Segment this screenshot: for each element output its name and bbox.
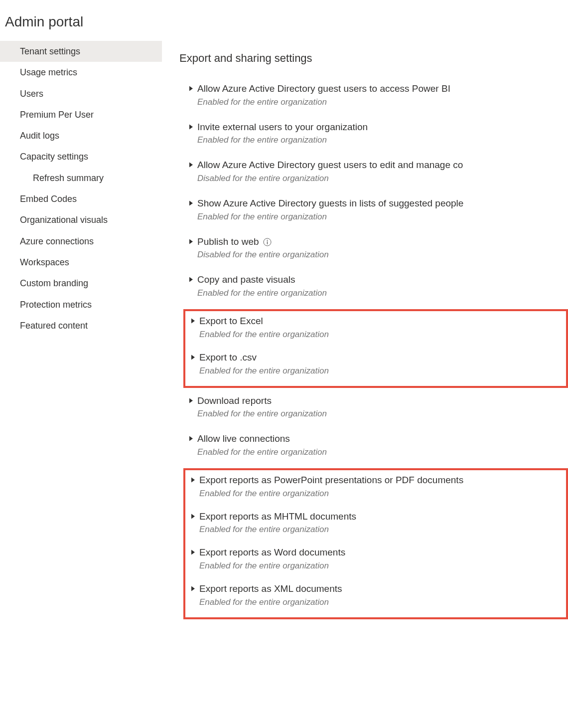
setting-title-text: Publish to web: [197, 236, 259, 248]
setting-body: Export reports as PowerPoint presentatio…: [198, 474, 564, 499]
setting-title: Publish to web: [197, 236, 566, 248]
setting-title: Allow live connections: [197, 433, 566, 445]
layout: Tenant settingsUsage metricsUsersPremium…: [0, 41, 568, 623]
setting-body: Download reportsEnabled for the entire o…: [196, 395, 566, 419]
setting-status: Enabled for the entire organization: [197, 212, 566, 222]
setting-body: Allow Azure Active Directory guest users…: [196, 83, 566, 107]
setting-body: Allow Azure Active Directory guest users…: [196, 159, 566, 183]
setting-title: Allow Azure Active Directory guest users…: [197, 159, 566, 172]
setting-title: Show Azure Active Directory guests in li…: [197, 197, 566, 210]
setting-status: Enabled for the entire organization: [199, 330, 564, 340]
sidebar-item-featured-content[interactable]: Featured content: [0, 315, 162, 336]
setting-status: Enabled for the entire organization: [197, 409, 566, 419]
setting-title-text: Copy and paste visuals: [197, 274, 295, 286]
setting-row-export-reports-as-word-documents[interactable]: Export reports as Word documentsEnabled …: [185, 544, 566, 580]
sidebar-item-azure-connections[interactable]: Azure connections: [0, 231, 162, 252]
setting-title-text: Allow Azure Active Directory guest users…: [197, 83, 450, 95]
expand-caret-icon[interactable]: [185, 236, 196, 244]
expand-caret-icon[interactable]: [185, 121, 196, 130]
setting-title: Export reports as PowerPoint presentatio…: [199, 474, 564, 487]
setting-status: Enabled for the entire organization: [197, 135, 566, 145]
setting-body: Export to ExcelEnabled for the entire or…: [198, 315, 564, 340]
expand-caret-icon[interactable]: [187, 546, 198, 555]
setting-body: Copy and paste visualsEnabled for the en…: [196, 274, 566, 298]
setting-status: Enabled for the entire organization: [199, 489, 564, 499]
setting-body: Export reports as MHTML documentsEnabled…: [198, 511, 564, 535]
setting-title: Allow Azure Active Directory guest users…: [197, 83, 566, 95]
setting-body: Allow live connectionsEnabled for the en…: [196, 433, 566, 457]
setting-row-export-to-excel[interactable]: Export to ExcelEnabled for the entire or…: [185, 312, 566, 349]
main-content: Export and sharing settings Allow Azure …: [162, 41, 568, 623]
sidebar-item-premium-per-user[interactable]: Premium Per User: [0, 104, 162, 125]
setting-title-text: Export reports as XML documents: [199, 583, 342, 595]
setting-title: Export to Excel: [199, 315, 564, 328]
setting-body: Export reports as Word documentsEnabled …: [198, 546, 564, 571]
setting-title-text: Export reports as MHTML documents: [199, 511, 356, 523]
setting-title: Export reports as Word documents: [199, 546, 564, 559]
sidebar-item-usage-metrics[interactable]: Usage metrics: [0, 62, 162, 83]
setting-row-allow-azure-active-directory-guest-users[interactable]: Allow Azure Active Directory guest users…: [183, 80, 568, 116]
setting-title-text: Allow live connections: [197, 433, 290, 445]
sidebar-item-refresh-summary[interactable]: Refresh summary: [0, 168, 162, 188]
expand-caret-icon[interactable]: [187, 583, 198, 591]
setting-title: Export reports as XML documents: [199, 583, 564, 595]
setting-title-text: Show Azure Active Directory guests in li…: [197, 197, 463, 210]
expand-caret-icon[interactable]: [185, 197, 196, 206]
setting-row-allow-azure-active-directory-guest-users[interactable]: Allow Azure Active Directory guest users…: [183, 156, 568, 192]
setting-status: Disabled for the entire organization: [197, 174, 566, 183]
setting-body: Publish to webDisabled for the entire or…: [196, 236, 566, 260]
highlight-group-1: Export to ExcelEnabled for the entire or…: [183, 309, 568, 387]
sidebar-item-capacity-settings[interactable]: Capacity settings: [0, 146, 162, 167]
sidebar: Tenant settingsUsage metricsUsersPremium…: [0, 41, 162, 623]
setting-body: Export to .csvEnabled for the entire org…: [198, 352, 564, 376]
sidebar-item-protection-metrics[interactable]: Protection metrics: [0, 294, 162, 315]
setting-row-show-azure-active-directory-guests-in-li[interactable]: Show Azure Active Directory guests in li…: [183, 194, 568, 231]
expand-caret-icon[interactable]: [187, 352, 198, 360]
setting-row-allow-live-connections[interactable]: Allow live connectionsEnabled for the en…: [183, 430, 568, 466]
expand-caret-icon[interactable]: [185, 159, 196, 168]
setting-status: Disabled for the entire organization: [197, 250, 566, 260]
setting-row-export-to-csv[interactable]: Export to .csvEnabled for the entire org…: [185, 349, 566, 385]
setting-status: Enabled for the entire organization: [197, 97, 566, 107]
expand-caret-icon[interactable]: [185, 274, 196, 282]
svg-point-1: [267, 240, 268, 241]
sidebar-item-workspaces[interactable]: Workspaces: [0, 252, 162, 273]
sidebar-item-embed-codes[interactable]: Embed Codes: [0, 188, 162, 209]
setting-row-export-reports-as-mhtml-documents[interactable]: Export reports as MHTML documentsEnabled…: [185, 508, 566, 544]
svg-rect-2: [267, 241, 267, 244]
expand-caret-icon[interactable]: [185, 433, 196, 441]
section-heading: Export and sharing settings: [179, 52, 568, 65]
sidebar-item-organizational-visuals[interactable]: Organizational visuals: [0, 209, 162, 230]
setting-status: Enabled for the entire organization: [199, 525, 564, 535]
expand-caret-icon[interactable]: [185, 83, 196, 91]
sidebar-item-tenant-settings[interactable]: Tenant settings: [0, 41, 162, 62]
setting-title-text: Export to .csv: [199, 352, 257, 364]
setting-body: Invite external users to your organizati…: [196, 121, 566, 146]
setting-title: Export reports as MHTML documents: [199, 511, 564, 523]
sidebar-item-users[interactable]: Users: [0, 83, 162, 104]
setting-title-text: Export reports as PowerPoint presentatio…: [199, 474, 463, 487]
setting-row-export-reports-as-powerpoint-presentatio[interactable]: Export reports as PowerPoint presentatio…: [185, 471, 566, 508]
setting-title-text: Export to Excel: [199, 315, 263, 328]
setting-status: Enabled for the entire organization: [199, 366, 564, 376]
sidebar-item-custom-branding[interactable]: Custom branding: [0, 273, 162, 294]
expand-caret-icon[interactable]: [187, 315, 198, 324]
info-icon[interactable]: [263, 238, 272, 246]
setting-body: Show Azure Active Directory guests in li…: [196, 197, 566, 222]
expand-caret-icon[interactable]: [185, 395, 196, 403]
setting-title: Download reports: [197, 395, 566, 407]
setting-row-copy-and-paste-visuals[interactable]: Copy and paste visualsEnabled for the en…: [183, 271, 568, 307]
expand-caret-icon[interactable]: [187, 511, 198, 519]
setting-row-export-reports-as-xml-documents[interactable]: Export reports as XML documentsEnabled f…: [185, 580, 566, 616]
setting-status: Enabled for the entire organization: [197, 288, 566, 298]
page-title: Admin portal: [0, 0, 568, 41]
sidebar-item-audit-logs[interactable]: Audit logs: [0, 125, 162, 146]
setting-row-publish-to-web[interactable]: Publish to webDisabled for the entire or…: [183, 233, 568, 269]
setting-title: Copy and paste visuals: [197, 274, 566, 286]
setting-status: Enabled for the entire organization: [199, 597, 564, 607]
expand-caret-icon[interactable]: [187, 474, 198, 483]
setting-row-invite-external-users-to-your-organizati[interactable]: Invite external users to your organizati…: [183, 118, 568, 155]
setting-row-download-reports[interactable]: Download reportsEnabled for the entire o…: [183, 392, 568, 428]
setting-title-text: Invite external users to your organizati…: [197, 121, 368, 134]
setting-title: Invite external users to your organizati…: [197, 121, 566, 134]
